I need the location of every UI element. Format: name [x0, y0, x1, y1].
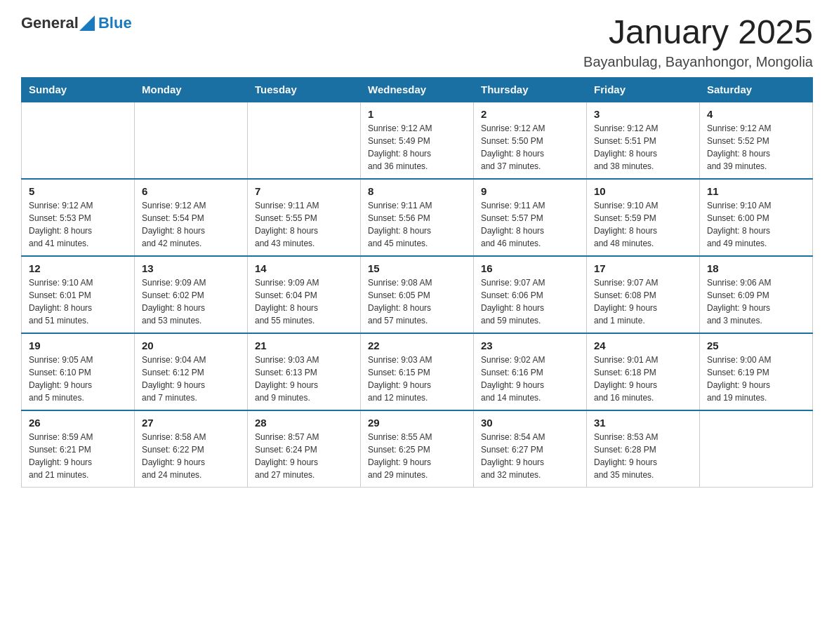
- day-number: 30: [481, 417, 579, 429]
- day-info: Sunrise: 8:57 AMSunset: 6:24 PMDaylight:…: [255, 431, 353, 481]
- calendar-week-row: 12Sunrise: 9:10 AMSunset: 6:01 PMDayligh…: [22, 256, 813, 333]
- day-number: 2: [481, 108, 579, 120]
- calendar-cell: 26Sunrise: 8:59 AMSunset: 6:21 PMDayligh…: [22, 410, 135, 488]
- calendar-cell: [135, 102, 248, 179]
- day-info: Sunrise: 9:12 AMSunset: 5:52 PMDaylight:…: [707, 122, 805, 173]
- day-info: Sunrise: 9:12 AMSunset: 5:50 PMDaylight:…: [481, 122, 579, 173]
- calendar-week-row: 1Sunrise: 9:12 AMSunset: 5:49 PMDaylight…: [22, 102, 813, 179]
- day-number: 26: [29, 417, 127, 429]
- calendar-cell: 25Sunrise: 9:00 AMSunset: 6:19 PMDayligh…: [700, 333, 813, 410]
- day-info: Sunrise: 8:54 AMSunset: 6:27 PMDaylight:…: [481, 431, 579, 481]
- day-number: 5: [29, 185, 127, 197]
- calendar-cell: 3Sunrise: 9:12 AMSunset: 5:51 PMDaylight…: [587, 102, 700, 179]
- day-number: 10: [594, 185, 692, 197]
- day-number: 1: [368, 108, 466, 120]
- day-info: Sunrise: 9:05 AMSunset: 6:10 PMDaylight:…: [29, 354, 127, 404]
- day-number: 27: [142, 417, 240, 429]
- day-number: 16: [481, 262, 579, 274]
- logo-text-blue: Blue: [98, 14, 132, 32]
- calendar-cell: 12Sunrise: 9:10 AMSunset: 6:01 PMDayligh…: [22, 256, 135, 333]
- calendar-cell: 1Sunrise: 9:12 AMSunset: 5:49 PMDaylight…: [361, 102, 474, 179]
- calendar-cell: 27Sunrise: 8:58 AMSunset: 6:22 PMDayligh…: [135, 410, 248, 488]
- day-info: Sunrise: 9:07 AMSunset: 6:06 PMDaylight:…: [481, 276, 579, 327]
- day-info: Sunrise: 9:09 AMSunset: 6:02 PMDaylight:…: [142, 276, 240, 327]
- day-info: Sunrise: 9:06 AMSunset: 6:09 PMDaylight:…: [707, 276, 805, 327]
- calendar-cell: 4Sunrise: 9:12 AMSunset: 5:52 PMDaylight…: [700, 102, 813, 179]
- day-info: Sunrise: 8:53 AMSunset: 6:28 PMDaylight:…: [594, 431, 692, 481]
- day-info: Sunrise: 9:11 AMSunset: 5:56 PMDaylight:…: [368, 199, 466, 250]
- day-number: 15: [368, 262, 466, 274]
- col-header-monday: Monday: [135, 77, 248, 102]
- calendar-cell: 21Sunrise: 9:03 AMSunset: 6:13 PMDayligh…: [248, 333, 361, 410]
- day-info: Sunrise: 9:09 AMSunset: 6:04 PMDaylight:…: [255, 276, 353, 327]
- day-info: Sunrise: 9:01 AMSunset: 6:18 PMDaylight:…: [594, 354, 692, 404]
- col-header-sunday: Sunday: [22, 77, 135, 102]
- day-info: Sunrise: 9:03 AMSunset: 6:13 PMDaylight:…: [255, 354, 353, 404]
- day-number: 11: [707, 185, 805, 197]
- day-number: 20: [142, 340, 240, 351]
- col-header-thursday: Thursday: [474, 77, 587, 102]
- calendar-cell: 28Sunrise: 8:57 AMSunset: 6:24 PMDayligh…: [248, 410, 361, 488]
- location-subtitle: Bayanbulag, Bayanhongor, Mongolia: [583, 54, 813, 70]
- day-info: Sunrise: 9:12 AMSunset: 5:49 PMDaylight:…: [368, 122, 466, 173]
- calendar-cell: [248, 102, 361, 179]
- day-number: 21: [255, 340, 353, 351]
- day-number: 6: [142, 185, 240, 197]
- logo-triangle-icon: [79, 15, 95, 31]
- day-number: 13: [142, 262, 240, 274]
- day-number: 9: [481, 185, 579, 197]
- calendar-cell: 5Sunrise: 9:12 AMSunset: 5:53 PMDaylight…: [22, 179, 135, 256]
- day-info: Sunrise: 9:10 AMSunset: 5:59 PMDaylight:…: [594, 199, 692, 250]
- logo: General Blue: [21, 14, 132, 32]
- logo-text-general: General: [21, 14, 79, 32]
- calendar-cell: 24Sunrise: 9:01 AMSunset: 6:18 PMDayligh…: [587, 333, 700, 410]
- calendar-week-row: 26Sunrise: 8:59 AMSunset: 6:21 PMDayligh…: [22, 410, 813, 488]
- day-number: 23: [481, 340, 579, 351]
- day-info: Sunrise: 9:12 AMSunset: 5:54 PMDaylight:…: [142, 199, 240, 250]
- day-number: 19: [29, 340, 127, 351]
- calendar-cell: 29Sunrise: 8:55 AMSunset: 6:25 PMDayligh…: [361, 410, 474, 488]
- calendar-cell: 30Sunrise: 8:54 AMSunset: 6:27 PMDayligh…: [474, 410, 587, 488]
- day-number: 17: [594, 262, 692, 274]
- day-info: Sunrise: 9:04 AMSunset: 6:12 PMDaylight:…: [142, 354, 240, 404]
- day-number: 22: [368, 340, 466, 351]
- day-number: 29: [368, 417, 466, 429]
- day-info: Sunrise: 9:11 AMSunset: 5:57 PMDaylight:…: [481, 199, 579, 250]
- day-info: Sunrise: 9:11 AMSunset: 5:55 PMDaylight:…: [255, 199, 353, 250]
- day-number: 28: [255, 417, 353, 429]
- svg-marker-0: [79, 15, 95, 31]
- month-title: January 2025: [583, 14, 813, 51]
- day-info: Sunrise: 9:08 AMSunset: 6:05 PMDaylight:…: [368, 276, 466, 327]
- day-info: Sunrise: 8:58 AMSunset: 6:22 PMDaylight:…: [142, 431, 240, 481]
- calendar-cell: 19Sunrise: 9:05 AMSunset: 6:10 PMDayligh…: [22, 333, 135, 410]
- calendar-cell: [700, 410, 813, 488]
- day-number: 12: [29, 262, 127, 274]
- day-number: 7: [255, 185, 353, 197]
- calendar-header-row: SundayMondayTuesdayWednesdayThursdayFrid…: [22, 77, 813, 102]
- calendar-cell: 22Sunrise: 9:03 AMSunset: 6:15 PMDayligh…: [361, 333, 474, 410]
- calendar-cell: 2Sunrise: 9:12 AMSunset: 5:50 PMDaylight…: [474, 102, 587, 179]
- day-number: 3: [594, 108, 692, 120]
- calendar-cell: 18Sunrise: 9:06 AMSunset: 6:09 PMDayligh…: [700, 256, 813, 333]
- day-number: 8: [368, 185, 466, 197]
- calendar-week-row: 19Sunrise: 9:05 AMSunset: 6:10 PMDayligh…: [22, 333, 813, 410]
- calendar-cell: 9Sunrise: 9:11 AMSunset: 5:57 PMDaylight…: [474, 179, 587, 256]
- day-info: Sunrise: 8:59 AMSunset: 6:21 PMDaylight:…: [29, 431, 127, 481]
- day-info: Sunrise: 9:10 AMSunset: 6:01 PMDaylight:…: [29, 276, 127, 327]
- page-header: General Blue January 2025 Bayanbulag, Ba…: [21, 14, 813, 70]
- col-header-friday: Friday: [587, 77, 700, 102]
- day-info: Sunrise: 9:07 AMSunset: 6:08 PMDaylight:…: [594, 276, 692, 327]
- day-info: Sunrise: 9:00 AMSunset: 6:19 PMDaylight:…: [707, 354, 805, 404]
- title-block: January 2025 Bayanbulag, Bayanhongor, Mo…: [583, 14, 813, 70]
- day-info: Sunrise: 9:12 AMSunset: 5:51 PMDaylight:…: [594, 122, 692, 173]
- day-info: Sunrise: 9:10 AMSunset: 6:00 PMDaylight:…: [707, 199, 805, 250]
- calendar-table: SundayMondayTuesdayWednesdayThursdayFrid…: [21, 77, 813, 488]
- day-info: Sunrise: 8:55 AMSunset: 6:25 PMDaylight:…: [368, 431, 466, 481]
- col-header-saturday: Saturday: [700, 77, 813, 102]
- day-number: 14: [255, 262, 353, 274]
- calendar-cell: 15Sunrise: 9:08 AMSunset: 6:05 PMDayligh…: [361, 256, 474, 333]
- calendar-cell: [22, 102, 135, 179]
- calendar-cell: 17Sunrise: 9:07 AMSunset: 6:08 PMDayligh…: [587, 256, 700, 333]
- day-number: 24: [594, 340, 692, 351]
- calendar-cell: 16Sunrise: 9:07 AMSunset: 6:06 PMDayligh…: [474, 256, 587, 333]
